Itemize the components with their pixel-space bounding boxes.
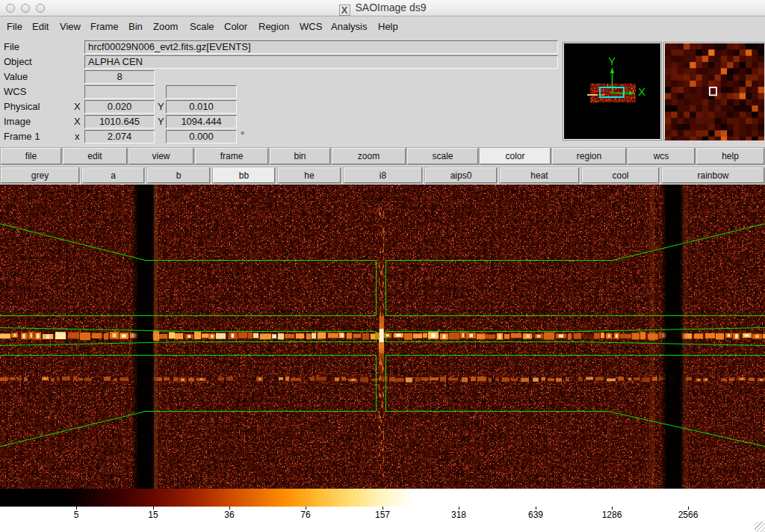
svg-text:Y: Y: [608, 55, 616, 67]
svg-text:X: X: [638, 85, 645, 98]
